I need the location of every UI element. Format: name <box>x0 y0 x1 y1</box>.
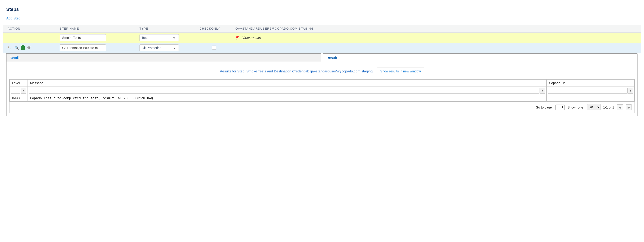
tip-filter-dropdown[interactable] <box>628 88 633 94</box>
flag-icon: 🚩 <box>236 36 240 40</box>
goto-page-input[interactable] <box>556 104 565 110</box>
level-filter-dropdown[interactable] <box>21 88 26 94</box>
prev-page-button[interactable]: ◀ <box>617 104 623 110</box>
trash-icon[interactable] <box>21 46 25 50</box>
grid-col-tip: Copado Tip <box>546 80 634 87</box>
steps-section: Steps Add Step ACTION STEP NAME TYPE CHE… <box>3 3 641 120</box>
show-results-new-window-button[interactable]: Show results in new window <box>377 68 424 75</box>
tab-details[interactable]: Details <box>6 54 321 62</box>
grid-col-message: Message <box>28 80 546 87</box>
next-page-button[interactable]: ▶ <box>626 104 632 110</box>
col-checkonly-header: CHECKONLY <box>195 25 231 32</box>
reorder-icon[interactable] <box>8 46 12 50</box>
result-panel: Results for Step: Smoke Tests and Destin… <box>6 62 638 116</box>
step-type-select[interactable]: Test <box>140 34 179 41</box>
tab-result[interactable]: Result <box>323 54 638 62</box>
step-name-input[interactable] <box>60 44 106 51</box>
message-filter-dropdown[interactable] <box>540 88 545 94</box>
step-type-select[interactable]: Git Promotion <box>140 44 179 51</box>
grid-cell-tip <box>546 95 634 102</box>
col-action-header: ACTION <box>3 25 55 32</box>
step-name-input[interactable] <box>60 34 106 41</box>
table-row: Test 🚩 View results <box>3 32 641 43</box>
show-rows-select[interactable]: 20 <box>587 104 600 110</box>
message-filter-input[interactable] <box>29 88 540 94</box>
grid-cell-message: Copado Test auto-completed the test, res… <box>28 95 546 102</box>
checkonly-checkbox[interactable] <box>212 46 216 50</box>
col-user-header: QA+STANDARDUSER5@COPADO.COM.STAGING <box>231 25 641 32</box>
table-row: 🔍 👁 Git Promotion <box>3 43 641 53</box>
show-rows-label: Show rows: <box>568 106 584 109</box>
col-type-header: TYPE <box>135 25 195 32</box>
pager: Go to page: Show rows: 20 1-1 of 1 ◀ ▶ <box>10 102 634 113</box>
results-grid: Level Message Copado Tip <box>9 79 635 113</box>
page-range-text: 1-1 of 1 <box>603 106 614 109</box>
grid-col-level: Level <box>10 80 28 87</box>
magnifier-icon[interactable]: 🔍 <box>14 46 19 50</box>
steps-heading: Steps <box>6 7 641 12</box>
results-header-text: Results for Step: Smoke Tests and Destin… <box>220 69 373 73</box>
result-tabs: Details Result <box>6 54 638 62</box>
tip-filter-input[interactable] <box>548 88 628 94</box>
add-step-link[interactable]: Add Step <box>6 16 20 20</box>
goto-page-label: Go to page: <box>536 106 553 109</box>
eye-icon[interactable]: 👁 <box>27 46 31 50</box>
view-results-link[interactable]: View results <box>242 36 261 40</box>
steps-table: ACTION STEP NAME TYPE CHECKONLY QA+STAND… <box>3 25 641 53</box>
grid-cell-level: INFO <box>10 95 28 102</box>
level-filter-input[interactable] <box>11 88 20 94</box>
grid-row: INFO Copado Test auto-completed the test… <box>10 95 634 102</box>
col-stepname-header: STEP NAME <box>55 25 135 32</box>
